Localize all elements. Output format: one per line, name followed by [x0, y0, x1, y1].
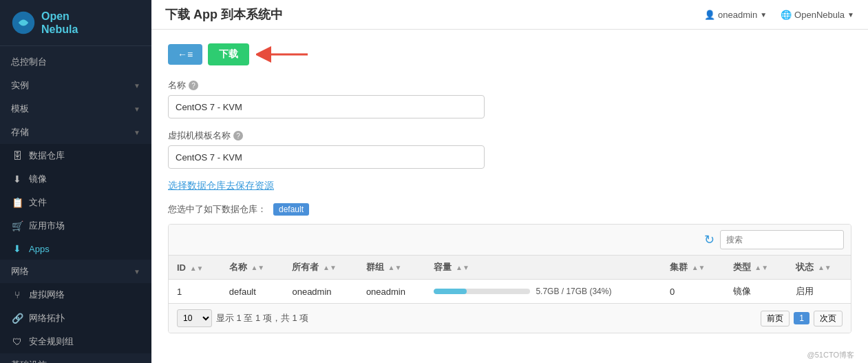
- sidebar-label-topology: 网络拓扑: [29, 312, 65, 324]
- capacity-text: 5.7GB / 17GB (34%): [536, 287, 611, 296]
- progress-bar-bg: [434, 289, 530, 294]
- vm-template-label: 虚拟机模板名称 ?: [168, 129, 851, 142]
- database-icon: 🗄: [11, 150, 23, 161]
- sidebar-item-infra[interactable]: 基础设施 ▼: [0, 353, 151, 363]
- sidebar-label-images: 镜像: [29, 173, 47, 185]
- col-capacity[interactable]: 容量 ▲▼: [425, 256, 661, 280]
- sort-type-icon: ▲▼: [754, 264, 768, 271]
- current-page: 1: [794, 312, 809, 324]
- sidebar-item-network[interactable]: 网络 ▼: [0, 260, 151, 283]
- apps-icon: ⬇: [11, 243, 23, 254]
- sort-group-icon: ▲▼: [388, 264, 402, 271]
- pagination-right: 前页 1 次页: [761, 311, 843, 326]
- pagination: 10 25 50 100 显示 1 至 1 项，共 1 项 前页 1 次页: [169, 303, 851, 333]
- table-row[interactable]: 1 default oneadmin oneadmin 5.7GB / 17GB…: [169, 280, 851, 304]
- sidebar-label-dashboard: 总控制台: [11, 56, 47, 68]
- image-icon: ⬇: [11, 174, 23, 185]
- showing-text: 显示 1 至 1 项，共 1 项: [216, 312, 308, 324]
- sidebar-item-secgroup[interactable]: 🛡 安全规则组: [0, 330, 151, 353]
- vm-template-input[interactable]: [168, 145, 485, 169]
- selected-badge: default: [273, 203, 309, 216]
- sidebar-item-storage[interactable]: 存储 ▼: [0, 121, 151, 144]
- col-owner[interactable]: 所有者 ▲▼: [284, 256, 357, 280]
- sidebar: Open Nebula 总控制台 实例 ▼ 模板 ▼ 存储 ▼: [0, 0, 151, 363]
- sidebar-item-apps[interactable]: ⬇ Apps: [0, 238, 151, 260]
- sidebar-item-images[interactable]: ⬇ 镜像: [0, 167, 151, 191]
- per-page-select[interactable]: 10 25 50 100: [177, 309, 212, 327]
- datastore-link[interactable]: 选择数据仓库去保存资源: [168, 180, 274, 192]
- table-toolbar: ↻: [169, 225, 851, 256]
- logo-line2: Nebula: [41, 23, 78, 35]
- logo-icon: [11, 10, 36, 35]
- cloud-name: OpenNebula: [794, 10, 845, 20]
- sort-capacity-icon: ▲▼: [456, 264, 469, 271]
- next-page-button[interactable]: 次页: [814, 311, 843, 326]
- download-button[interactable]: 下载: [208, 43, 249, 65]
- sidebar-item-datastore[interactable]: 🗄 数据仓库: [0, 144, 151, 167]
- globe-icon: 🌐: [781, 10, 792, 20]
- form-vm-template-group: 虚拟机模板名称 ?: [168, 129, 851, 169]
- vm-template-help-icon[interactable]: ?: [233, 131, 243, 141]
- name-label: 名称 ?: [168, 79, 851, 92]
- col-type[interactable]: 类型 ▲▼: [725, 256, 788, 280]
- progress-bar-fill: [434, 289, 467, 294]
- chevron-network-icon: ▼: [134, 268, 140, 276]
- search-input[interactable]: [720, 230, 844, 249]
- sidebar-label-marketplace: 应用市场: [29, 220, 65, 232]
- toolbar: ←≡ 下载: [168, 43, 851, 65]
- sidebar-label-network: 网络: [11, 265, 29, 278]
- col-status[interactable]: 状态 ▲▼: [787, 256, 851, 280]
- topbar-user[interactable]: 👤 oneadmin ▼: [704, 10, 767, 20]
- sidebar-item-topology[interactable]: 🔗 网络拓扑: [0, 307, 151, 330]
- topbar-right: 👤 oneadmin ▼ 🌐 OpenNebula ▼: [704, 10, 854, 20]
- refresh-button[interactable]: ↻: [704, 232, 714, 247]
- chevron-templates-icon: ▼: [134, 105, 140, 113]
- cell-id: 1: [169, 280, 221, 304]
- prev-page-button[interactable]: 前页: [761, 311, 790, 326]
- sidebar-label-apps: Apps: [29, 244, 50, 254]
- cart-icon: 🛒: [11, 220, 23, 231]
- col-cluster[interactable]: 集群 ▲▼: [661, 256, 725, 280]
- col-name[interactable]: 名称 ▲▼: [221, 256, 284, 280]
- sidebar-item-templates[interactable]: 模板 ▼: [0, 97, 151, 121]
- sort-owner-icon: ▲▼: [323, 264, 337, 271]
- datastore-table: ID ▲▼ 名称 ▲▼ 所有者 ▲▼ 群组 ▲▼: [169, 256, 851, 303]
- chevron-storage-icon: ▼: [134, 129, 140, 136]
- content-area: ←≡ 下载 名称 ?: [151, 30, 868, 347]
- sidebar-label-secgroup: 安全规则组: [29, 335, 74, 348]
- file-icon: 📋: [11, 197, 23, 208]
- col-id[interactable]: ID ▲▼: [169, 256, 221, 280]
- chevron-instances-icon: ▼: [134, 82, 140, 90]
- cell-capacity: 5.7GB / 17GB (34%): [425, 280, 661, 304]
- logo-line1: Open: [41, 10, 70, 22]
- topbar-cloud[interactable]: 🌐 OpenNebula ▼: [781, 10, 854, 20]
- sidebar-item-vnet[interactable]: ⑂ 虚拟网络: [0, 283, 151, 307]
- sidebar-item-marketplace[interactable]: 🛒 应用市场: [0, 214, 151, 238]
- shield-icon: 🛡: [11, 336, 23, 347]
- form-name-group: 名称 ?: [168, 79, 851, 118]
- sort-id-icon: ▲▼: [190, 265, 204, 272]
- col-group[interactable]: 群组 ▲▼: [358, 256, 426, 280]
- sidebar-label-storage: 存储: [11, 126, 29, 138]
- cloud-chevron-icon: ▼: [847, 11, 854, 19]
- sort-status-icon: ▲▼: [818, 264, 832, 271]
- sidebar-section-main: 总控制台 实例 ▼ 模板 ▼ 存储 ▼ 🗄 数据仓库: [0, 46, 151, 363]
- pagination-left: 10 25 50 100 显示 1 至 1 项，共 1 项: [177, 309, 308, 327]
- cell-type: 镜像: [725, 280, 788, 304]
- sidebar-label-datastore: 数据仓库: [29, 149, 65, 162]
- sidebar-label-vnet: 虚拟网络: [29, 289, 65, 301]
- sidebar-item-instances[interactable]: 实例 ▼: [0, 74, 151, 97]
- capacity-progress: 5.7GB / 17GB (34%): [434, 287, 653, 296]
- back-button[interactable]: ←≡: [168, 44, 202, 65]
- user-icon: 👤: [704, 10, 715, 20]
- name-help-icon[interactable]: ?: [189, 81, 198, 90]
- cell-name: default: [221, 280, 284, 304]
- sort-cluster-icon: ▲▼: [692, 264, 706, 271]
- selected-label: 您选中了如下数据仓库：: [168, 203, 266, 216]
- cell-cluster: 0: [661, 280, 725, 304]
- sidebar-item-files[interactable]: 📋 文件: [0, 191, 151, 214]
- watermark: @51CTO博客: [151, 347, 868, 363]
- logo-text: Open Nebula: [41, 10, 78, 36]
- sidebar-item-dashboard[interactable]: 总控制台: [0, 50, 151, 74]
- name-input[interactable]: [168, 95, 485, 118]
